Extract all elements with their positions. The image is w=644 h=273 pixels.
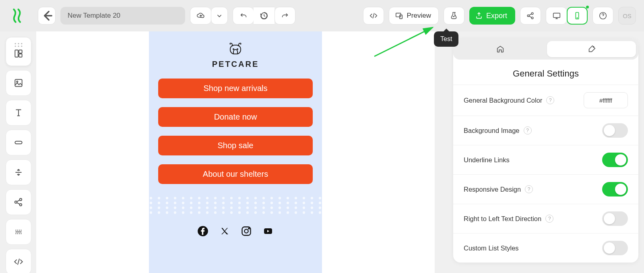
top-toolbar: New Template 20 Preview Export	[0, 0, 644, 31]
cta-donate[interactable]: Donate now	[158, 107, 313, 127]
test-tooltip: Test	[434, 31, 458, 47]
help-icon[interactable]: ?	[546, 96, 554, 104]
toggle-responsive[interactable]	[602, 182, 628, 196]
svg-rect-23	[15, 141, 22, 144]
svg-point-39	[593, 46, 594, 47]
toggle-list-styles[interactable]	[602, 241, 628, 255]
spacer-block-button[interactable]	[6, 159, 31, 185]
share-button[interactable]	[520, 7, 541, 25]
cta-shop-new[interactable]: Shop new arrivals	[158, 79, 313, 98]
svg-point-13	[18, 43, 19, 44]
brand-name: PETCARE	[212, 60, 259, 69]
tab-appearance[interactable]	[456, 41, 545, 57]
save-group	[190, 7, 228, 25]
left-element-toolbar	[6, 37, 31, 273]
social-block-button[interactable]	[6, 189, 31, 215]
export-button[interactable]: Export	[469, 7, 515, 25]
setting-label-text: Background Image	[464, 127, 520, 134]
version-history-button[interactable]	[254, 7, 275, 25]
brand-logo: PETCARE	[212, 42, 259, 69]
svg-rect-7	[553, 13, 560, 18]
back-button[interactable]	[38, 7, 56, 25]
mobile-view-button[interactable]	[567, 7, 588, 25]
app-logo	[8, 7, 25, 24]
setting-label-text: Right to Left Text Direction	[464, 215, 541, 223]
setting-list-styles: Custom List Styles	[453, 233, 638, 263]
cta-shop-sale[interactable]: Shop sale	[158, 136, 313, 155]
help-icon[interactable]: ?	[545, 215, 553, 223]
svg-point-16	[18, 46, 19, 47]
setting-label-text: Responsive Design	[464, 186, 521, 193]
template-name-field[interactable]: New Template 20	[60, 7, 185, 25]
toggle-underline-links[interactable]	[602, 153, 628, 167]
panel-title: General Settings	[453, 60, 638, 85]
desktop-view-button[interactable]	[546, 7, 567, 25]
email-preview: PETCARE Shop new arrivals Donate now Sho…	[149, 31, 322, 273]
history-group	[233, 7, 295, 25]
export-label: Export	[486, 12, 507, 20]
template-name-text: New Template 20	[68, 12, 120, 20]
svg-point-12	[15, 43, 16, 44]
svg-point-22	[17, 81, 18, 82]
html-block-button[interactable]	[6, 249, 31, 273]
youtube-icon[interactable]	[262, 225, 274, 237]
help-icon[interactable]: ?	[525, 185, 533, 193]
toggle-bg-image[interactable]	[602, 123, 628, 138]
svg-point-17	[21, 46, 22, 47]
setting-label-text: General Background Color	[464, 97, 542, 104]
setting-rtl: Right to Left Text Direction ?	[453, 204, 638, 233]
svg-rect-20	[19, 54, 22, 57]
setting-label-text: Custom List Styles	[464, 244, 519, 252]
svg-rect-19	[19, 50, 22, 53]
setting-label-text: Underline Links	[464, 156, 510, 164]
svg-point-14	[21, 43, 22, 44]
structures-button[interactable]	[6, 37, 31, 66]
settings-panel: General Settings General Background Colo…	[453, 39, 638, 263]
svg-point-32	[233, 49, 234, 50]
editor-canvas[interactable]: PETCARE Shop new arrivals Donate now Sho…	[36, 31, 435, 273]
button-block-button[interactable]	[6, 130, 31, 155]
cta-shelters[interactable]: About our shelters	[158, 164, 313, 184]
svg-point-37	[248, 228, 249, 229]
user-initials: OS	[623, 12, 632, 19]
panel-tabs	[453, 39, 638, 60]
svg-rect-21	[15, 79, 22, 86]
instagram-icon[interactable]	[240, 225, 252, 237]
svg-point-9	[577, 18, 577, 18]
viewport-switcher	[546, 7, 588, 25]
setting-underline-links: Underline Links	[453, 145, 638, 174]
preview-button[interactable]: Preview	[389, 7, 439, 25]
social-icons-row	[197, 225, 274, 237]
user-avatar[interactable]: OS	[618, 7, 636, 25]
menu-block-button[interactable]	[6, 219, 31, 245]
svg-point-15	[15, 46, 16, 47]
cloud-save-button[interactable]	[190, 7, 211, 25]
image-block-button[interactable]	[6, 70, 31, 96]
toggle-rtl[interactable]	[602, 211, 628, 226]
facebook-icon[interactable]	[197, 225, 209, 237]
svg-point-36	[244, 229, 248, 233]
setting-bg-image: Background Image ?	[453, 116, 638, 145]
help-icon[interactable]: ?	[524, 126, 532, 134]
svg-rect-18	[15, 50, 18, 57]
color-input[interactable]: #ffffff	[584, 92, 628, 108]
undo-button[interactable]	[233, 7, 254, 25]
svg-point-33	[237, 49, 238, 50]
help-button[interactable]	[592, 7, 613, 25]
text-block-button[interactable]	[6, 100, 31, 126]
test-button[interactable]	[444, 7, 464, 25]
setting-bg-color: General Background Color ? #ffffff	[453, 85, 638, 116]
preview-label: Preview	[407, 12, 431, 20]
tab-general[interactable]	[547, 41, 636, 57]
code-editor-button[interactable]	[363, 7, 384, 25]
redo-button[interactable]	[275, 7, 295, 25]
x-twitter-icon[interactable]	[219, 225, 231, 237]
paw-divider	[149, 196, 322, 214]
save-dropdown-button[interactable]	[211, 7, 228, 25]
setting-responsive: Responsive Design ?	[453, 174, 638, 204]
